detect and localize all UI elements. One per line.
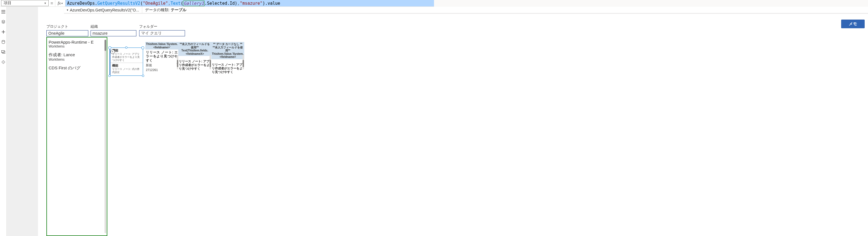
datatype-value: テーブル bbox=[171, 7, 186, 12]
formula-token: GetQueryResultsV2 bbox=[97, 1, 140, 6]
property-selector[interactable]: 項目 ▾ bbox=[1, 0, 49, 6]
list-item-title: CDS First のバグ bbox=[49, 65, 104, 71]
card-header: ThisItem.Value.'System.<fieldname>' bbox=[145, 42, 178, 50]
card-title: リリース ノート: エラーをより見つけやすく bbox=[146, 50, 178, 62]
org-value: msazure bbox=[93, 31, 107, 35]
card-status: 新規 bbox=[146, 63, 178, 67]
canvas-background: メモ プロジェクト OneAgile 組織 msazure フォルダー マイ ク… bbox=[7, 7, 434, 118]
formula-token: ) bbox=[235, 1, 237, 6]
detail-card-system[interactable]: ThisItem.Value.'System.<fieldname>' リリース… bbox=[145, 42, 178, 71]
formula-bar: 項目 ▾ = fx ▾ AzureDevOps . GetQueryResult… bbox=[0, 0, 434, 7]
media-icon[interactable] bbox=[1, 50, 6, 54]
formula-token: , bbox=[168, 1, 170, 6]
card-title: リリース ノート: アプリ作成者がエラーをより見つけやすく bbox=[179, 60, 211, 71]
selected-gallery-card[interactable]: ✎ 機能 リリース ノート: アプリ作成者がエラーをより見つけやすく 機能 リリ… bbox=[110, 48, 143, 76]
chevron-down-icon: ▾ bbox=[67, 8, 68, 11]
card-desc: リリース ノート: アプリ作成者がエラーをより見つけやすく bbox=[112, 53, 142, 61]
formula-token: "OneAgile" bbox=[143, 1, 168, 6]
formula-token: Text bbox=[170, 1, 181, 6]
list-item-title: 作成者: Lance bbox=[49, 52, 104, 58]
card-title: リリース ノート: アプリ作成者がエラーをより見つけやすく bbox=[212, 63, 244, 74]
datatype-label: データの種類: bbox=[145, 7, 169, 12]
formula-token: ( bbox=[181, 1, 183, 6]
resize-handle[interactable] bbox=[108, 75, 111, 77]
formula-token: ) bbox=[262, 1, 265, 6]
folder-input[interactable]: マイ クエリ bbox=[139, 30, 185, 36]
scroll-thumb[interactable] bbox=[104, 40, 106, 51]
formula-result-expand[interactable]: ▾ AzureDevOps.GetQueryResultsV2("O... bbox=[64, 7, 142, 13]
chevron-down-icon: ▾ bbox=[61, 2, 63, 5]
list-item-title: PowerApps-Runtime - E bbox=[49, 40, 104, 45]
card-type: 機能 bbox=[112, 63, 142, 68]
card-desc: リリース ノート: 式の書式設定 bbox=[112, 68, 142, 74]
formula-token-highlighted: Gallery1 bbox=[183, 1, 204, 6]
card-type: 機能 bbox=[112, 48, 142, 53]
resize-handle[interactable] bbox=[125, 47, 127, 49]
layers-icon[interactable] bbox=[1, 20, 6, 24]
card-id: 2712261 bbox=[146, 68, 178, 71]
hamburger-icon[interactable] bbox=[1, 9, 6, 14]
scrollbar[interactable] bbox=[210, 55, 211, 69]
formula-token: .Selected.Id bbox=[205, 1, 235, 6]
detail-card-nodatacard[interactable]: ** データ カードなし ** **未入力フィールドを使用** ThisItem… bbox=[211, 42, 244, 74]
project-value: OneAgile bbox=[48, 31, 65, 35]
tools-icon[interactable] bbox=[1, 60, 6, 64]
formula-result-bar: ▾ AzureDevOps.GetQueryResultsV2("O... デー… bbox=[64, 7, 434, 13]
svg-point-0 bbox=[2, 40, 5, 41]
detail-card-fields[interactable]: **未入力のフィールドを使用** Text(ThisItem.fields.<f… bbox=[178, 42, 211, 71]
scroll-thumb[interactable] bbox=[210, 60, 211, 67]
list-item-subtitle: WorkItems bbox=[49, 58, 104, 61]
property-selector-label: 項目 bbox=[4, 1, 11, 6]
folder-label: フォルダー bbox=[139, 24, 185, 29]
app-screen[interactable]: メモ プロジェクト OneAgile 組織 msazure フォルダー マイ ク… bbox=[38, 7, 434, 118]
plus-icon[interactable] bbox=[1, 30, 6, 34]
formula-token: ( bbox=[140, 1, 143, 6]
scroll-thumb[interactable] bbox=[243, 60, 244, 67]
chevron-down-icon: ▾ bbox=[44, 1, 46, 5]
formula-result-summary: AzureDevOps.GetQueryResultsV2("O... bbox=[70, 8, 139, 12]
list-item-subtitle: WorkItems bbox=[49, 45, 104, 48]
project-input[interactable]: OneAgile bbox=[46, 30, 88, 36]
resize-handle[interactable] bbox=[142, 75, 144, 77]
list-item[interactable]: 作成者: Lance WorkItems bbox=[49, 52, 104, 61]
formula-token: AzureDevOps bbox=[67, 1, 95, 6]
formula-token: , bbox=[237, 1, 240, 6]
org-label: 組織 bbox=[91, 24, 136, 29]
list-item[interactable]: PowerApps-Runtime - E WorkItems bbox=[49, 40, 104, 48]
formula-token: . bbox=[95, 1, 97, 6]
list-item[interactable]: CDS First のバグ bbox=[49, 65, 104, 71]
fx-button[interactable]: fx ▾ bbox=[55, 0, 65, 6]
left-rail bbox=[0, 7, 7, 118]
queries-gallery[interactable]: PowerApps-Runtime - E WorkItems 作成者: Lan… bbox=[46, 37, 107, 118]
card-header: ** データ カードなし ** **未入力フィールドを使用** ThisItem… bbox=[211, 42, 244, 59]
project-label: プロジェクト bbox=[46, 24, 88, 29]
scrollbar[interactable] bbox=[243, 55, 244, 69]
scrollbar[interactable] bbox=[104, 40, 106, 118]
formula-token: .value bbox=[265, 1, 280, 6]
card-header: **未入力のフィールドを使用** Text(ThisItem.fields.<f… bbox=[178, 42, 211, 56]
folder-value: マイ クエリ bbox=[141, 31, 162, 36]
formula-input[interactable]: AzureDevOps . GetQueryResultsV2 ( "OneAg… bbox=[65, 0, 434, 6]
equals-label: = bbox=[49, 0, 55, 6]
edit-icon[interactable]: ✎ bbox=[111, 50, 115, 54]
org-input[interactable]: msazure bbox=[91, 30, 136, 36]
database-icon[interactable] bbox=[1, 40, 6, 44]
formula-token: "msazure" bbox=[240, 1, 262, 6]
fx-label: fx bbox=[58, 1, 61, 6]
